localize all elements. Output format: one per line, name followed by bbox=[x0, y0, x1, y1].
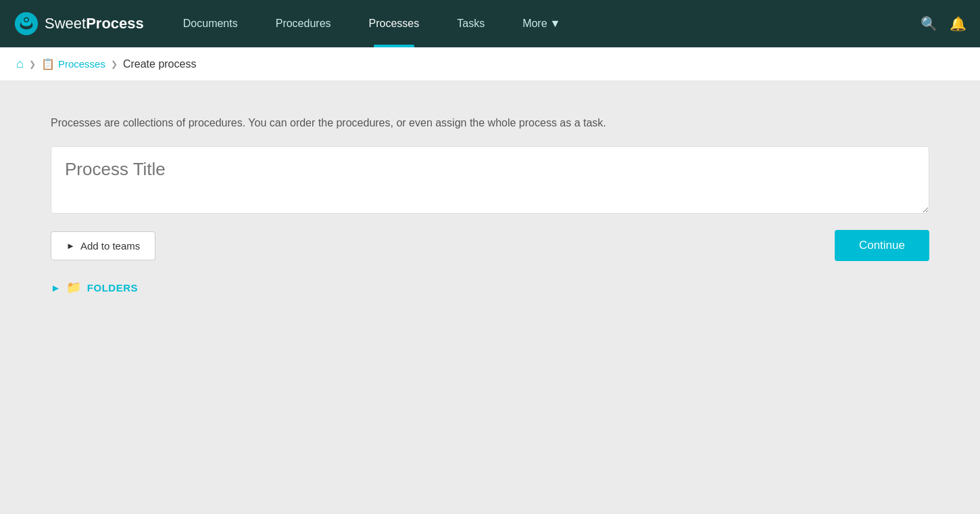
nav-documents[interactable]: Documents bbox=[164, 0, 257, 47]
add-teams-button[interactable]: ► Add to teams bbox=[51, 231, 155, 260]
process-title-input[interactable] bbox=[51, 146, 929, 214]
breadcrumb: ⌂ ❯ 📋 Processes ❯ Create process bbox=[0, 47, 980, 81]
description-text: Processes are collections of procedures.… bbox=[51, 115, 929, 131]
breadcrumb-sep-2: ❯ bbox=[111, 60, 118, 69]
folders-section[interactable]: ► 📁 FOLDERS bbox=[51, 280, 929, 295]
nav-procedures[interactable]: Procedures bbox=[257, 0, 350, 47]
breadcrumb-processes[interactable]: 📋 Processes bbox=[41, 57, 105, 70]
brand[interactable]: SweetProcess bbox=[14, 11, 144, 37]
breadcrumb-sep-1: ❯ bbox=[29, 60, 36, 69]
navbar: SweetProcess Documents Procedures Proces… bbox=[0, 0, 980, 47]
brand-logo bbox=[14, 11, 39, 37]
chevron-right-folders-icon: ► bbox=[51, 282, 61, 294]
chevron-down-icon: ▼ bbox=[550, 18, 561, 30]
brand-name: SweetProcess bbox=[45, 15, 144, 32]
breadcrumb-current: Create process bbox=[123, 58, 197, 70]
nav-processes[interactable]: Processes bbox=[350, 0, 439, 47]
search-icon[interactable]: 🔍 bbox=[921, 16, 937, 32]
continue-button[interactable]: Continue bbox=[835, 230, 929, 261]
nav-tasks[interactable]: Tasks bbox=[438, 0, 504, 47]
form-actions: ► Add to teams Continue bbox=[51, 230, 929, 261]
main-content: Processes are collections of procedures.… bbox=[0, 81, 980, 514]
svg-point-4 bbox=[25, 18, 28, 22]
processes-icon: 📋 bbox=[41, 57, 55, 70]
home-icon[interactable]: ⌂ bbox=[16, 57, 24, 71]
bell-icon[interactable]: 🔔 bbox=[950, 16, 966, 32]
nav-links: Documents Procedures Processes Tasks Mor… bbox=[164, 0, 921, 47]
chevron-right-icon: ► bbox=[66, 241, 75, 251]
form-container: Processes are collections of procedures.… bbox=[51, 115, 929, 295]
nav-more[interactable]: More ▼ bbox=[504, 0, 579, 47]
folder-icon: 📁 bbox=[66, 280, 82, 295]
nav-icons: 🔍 🔔 bbox=[921, 16, 966, 32]
